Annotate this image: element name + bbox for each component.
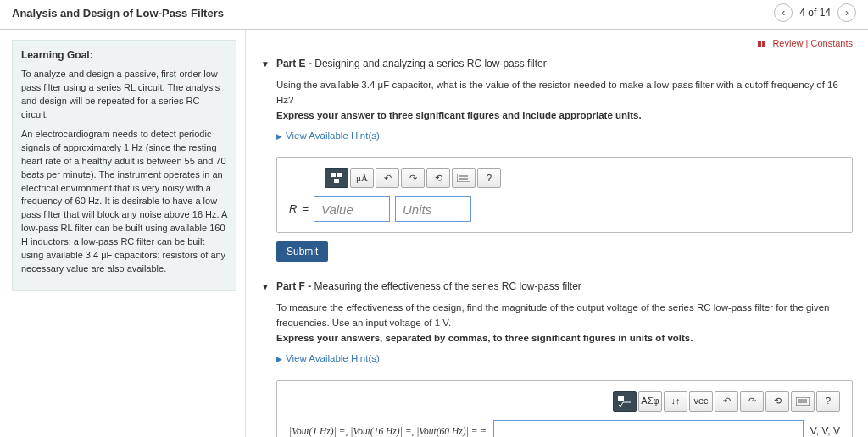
keyboard-button[interactable] — [791, 391, 815, 412]
part-e-submit-button[interactable]: Submit — [276, 241, 328, 262]
part-f-instr: Express your answers, separated by comma… — [276, 331, 853, 346]
part-f-hints-link[interactable]: View Available Hint(s) — [276, 351, 380, 367]
help-button[interactable]: ? — [816, 391, 840, 412]
learning-goal-title: Learning Goal: — [21, 49, 227, 61]
svg-rect-0 — [331, 173, 336, 177]
learning-goal-p1: To analyze and design a passive, first-o… — [21, 68, 227, 122]
redo-button[interactable]: ↷ — [740, 391, 764, 412]
variable-label: R — [289, 201, 297, 218]
svg-rect-1 — [337, 173, 342, 177]
templates-button[interactable] — [325, 168, 348, 188]
part-f-prompt: To measure the effectiveness of the desi… — [276, 301, 853, 331]
units-button[interactable]: μÅ — [350, 168, 374, 188]
constants-link[interactable]: Constants — [810, 38, 853, 48]
greek-button[interactable]: ΑΣφ — [638, 391, 662, 412]
help-button[interactable]: ? — [477, 168, 501, 188]
part-f-value-input[interactable] — [493, 420, 804, 437]
units-input[interactable]: Units — [395, 196, 471, 222]
vec-button[interactable]: vec — [689, 391, 713, 412]
learning-goal-box: Learning Goal: To analyze and design a p… — [12, 40, 236, 291]
collapse-icon[interactable]: ▼ — [261, 282, 270, 291]
prev-button[interactable]: ‹ — [774, 3, 793, 22]
next-button[interactable]: › — [837, 3, 856, 22]
part-f-lhs: |Vout(1 Hz)| =, |Vout(16 Hz)| =, |Vout(6… — [289, 424, 487, 437]
review-icon — [758, 39, 766, 49]
svg-rect-7 — [796, 397, 810, 406]
page-position: 4 of 14 — [799, 7, 831, 19]
content: Review | Constants ▼ Part E - Designing … — [246, 30, 868, 437]
reset-button[interactable]: ⟲ — [765, 391, 789, 412]
svg-rect-2 — [334, 179, 339, 183]
part-f-answer-box: ΑΣφ ↓↑ vec ↶ ↷ ⟲ ? |Vo — [276, 380, 853, 437]
sqrt-icon — [618, 396, 632, 407]
part-f-title: Part F - Measuring the effectiveness of … — [276, 280, 581, 292]
part-e-title: Part E - Designing and analyzing a serie… — [276, 58, 547, 69]
value-input[interactable]: Value — [314, 196, 390, 222]
sqrt-button[interactable] — [613, 391, 637, 412]
reset-button[interactable]: ⟲ — [426, 168, 450, 188]
svg-rect-6 — [618, 396, 624, 401]
sidebar: Learning Goal: To analyze and design a p… — [0, 30, 246, 437]
undo-button[interactable]: ↶ — [715, 391, 738, 412]
top-links: Review | Constants — [261, 38, 853, 49]
keyboard-icon — [457, 174, 470, 182]
part-f: ▼ Part F - Measuring the effectiveness o… — [261, 280, 853, 437]
templates-icon — [331, 173, 342, 183]
learning-goal-p2: An electrocardiogram needs to detect per… — [21, 128, 227, 276]
redo-button[interactable]: ↷ — [401, 168, 425, 188]
page-nav: ‹ 4 of 14 › — [774, 3, 856, 22]
review-link[interactable]: Review — [772, 38, 803, 48]
undo-button[interactable]: ↶ — [376, 168, 399, 188]
equals-label: = — [302, 201, 309, 218]
keyboard-button[interactable] — [452, 168, 476, 188]
part-e-instr: Express your answer to three significant… — [276, 108, 853, 124]
header: Analysis and Design of Low-Pass Filters … — [0, 0, 868, 30]
keyboard-icon — [796, 397, 810, 406]
part-e: ▼ Part E - Designing and analyzing a ser… — [261, 58, 853, 262]
part-e-hints-link[interactable]: View Available Hint(s) — [276, 129, 380, 144]
collapse-icon[interactable]: ▼ — [261, 59, 270, 69]
updown-button[interactable]: ↓↑ — [664, 391, 687, 412]
svg-rect-3 — [457, 174, 470, 182]
part-f-toolbar: ΑΣφ ↓↑ vec ↶ ↷ ⟲ ? — [613, 391, 840, 412]
part-e-toolbar: μÅ ↶ ↷ ⟲ ? — [325, 168, 501, 188]
part-f-units: V, V, V — [810, 423, 840, 437]
part-e-prompt: Using the available 3.4 μF capacitor, wh… — [276, 78, 853, 108]
part-e-answer-box: μÅ ↶ ↷ ⟲ ? R = Value Units — [276, 157, 853, 233]
page-title: Analysis and Design of Low-Pass Filters — [12, 7, 224, 19]
